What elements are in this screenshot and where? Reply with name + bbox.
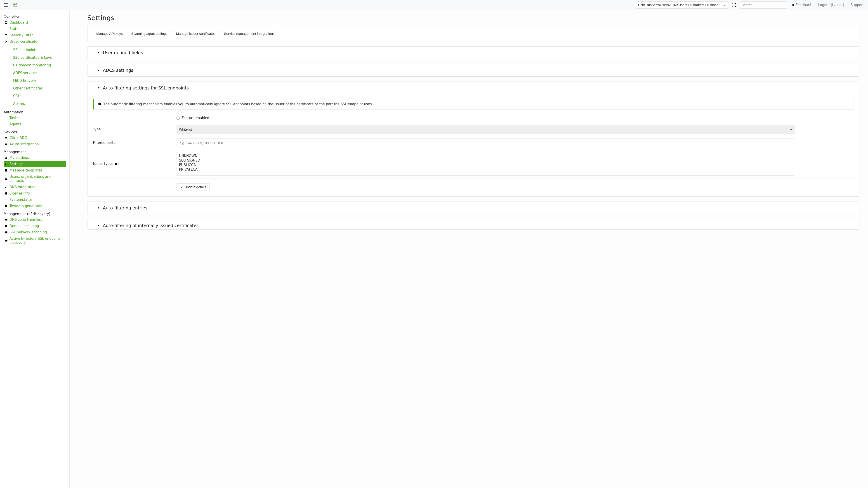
sidebar-item-message-templates[interactable]: Message templates — [4, 168, 66, 173]
sidebar-item-my-settings[interactable]: My settings — [4, 155, 66, 160]
accordion-toggle-adcs-settings[interactable]: ADCS settings — [88, 64, 859, 76]
accordion-toggle-auto-filter-entries[interactable]: Auto-filtering entries — [88, 202, 859, 214]
sidebar-item-alarms[interactable]: Alarms — [7, 101, 62, 106]
org-select[interactable]: CN=TrustViewUsers2,CN=Users,DC=adtest,DC… — [636, 1, 729, 8]
sidebar-item-systemstatus[interactable]: Systemstatus — [4, 197, 66, 202]
list-icon — [8, 48, 11, 52]
sidebar-item-order-certificate[interactable]: Order certificate — [4, 39, 66, 44]
issuer-type-option[interactable]: SELFSIGNED — [179, 158, 793, 163]
sidebar-item-label: Testdata generators — [9, 204, 43, 208]
sidebar-item-label: Stats — [9, 27, 18, 31]
sidebar-item-label: My settings — [9, 156, 29, 160]
stack-icon — [4, 142, 8, 146]
sidebar-item-mitid-erhverv[interactable]: MitID Erhverv — [7, 78, 62, 83]
sidebar-item-dns-integration[interactable]: DNS integration — [4, 184, 66, 190]
sidebar-item-label: Active Directory SSL endpoint discovery — [9, 236, 64, 245]
menu-toggle-button[interactable] — [2, 1, 10, 9]
info-banner: The automatic filtering mechanism enable… — [93, 99, 854, 109]
sidebar-item-crls[interactable]: CRLs — [7, 94, 62, 98]
sidebar-item-label: Citrix ADC — [9, 136, 27, 140]
sidebar-item-ssl-endpoints[interactable]: SSL endpoints — [7, 47, 62, 53]
sidebar-item-search-filter[interactable]: Search / Filter — [4, 33, 66, 38]
chevron-right-icon — [97, 206, 100, 209]
sidebar-item-adfs-services[interactable]: ADFS services — [7, 70, 62, 75]
scanning-agent-settings-button[interactable]: Scanning agent settings — [128, 30, 171, 37]
list-icon — [8, 102, 11, 105]
chevron-right-icon — [97, 51, 100, 54]
sidebar-item-label: Order certificate — [9, 39, 37, 43]
eye-icon — [4, 218, 8, 221]
scan-icon[interactable] — [731, 1, 738, 8]
accordion-auto-filter-internal: Auto-filtering of internally issued cert… — [87, 219, 860, 230]
issuer-type-option[interactable]: UNKNOWN — [179, 154, 793, 158]
manage-api-keys-button[interactable]: Manage API keys — [93, 30, 126, 37]
filtered-ports-input[interactable] — [177, 138, 795, 147]
check-icon — [180, 186, 183, 189]
feature-enabled-label[interactable]: Feature enabled — [182, 116, 209, 120]
filtered-ports-label: Filtered ports: — [93, 141, 177, 145]
sidebar-item-ct-domain-monitoring[interactable]: CT domain monitoring — [7, 63, 62, 68]
users-icon — [4, 177, 8, 180]
list-icon — [4, 123, 8, 126]
sidebar-item-domain-scanning[interactable]: Domain scanning — [4, 223, 66, 229]
sidebar-item-label: Agents — [9, 122, 21, 126]
issuer-type-option[interactable]: PUBLICCA — [179, 163, 793, 167]
sidebar-item-testdata-generators[interactable]: Testdata generators — [4, 203, 66, 209]
sidebar-item-tasks[interactable]: Tasks — [4, 115, 66, 121]
list-icon — [8, 71, 11, 74]
feedback-link[interactable]: Feedback — [789, 3, 814, 7]
sidebar-item-ssl-certificates-keys[interactable]: SSL certificates & keys — [7, 55, 62, 60]
feature-enabled-checkbox[interactable] — [177, 117, 180, 120]
accordion-toggle-auto-filter-ssl[interactable]: Auto-filtering settings for SSL endpoint… — [88, 82, 859, 94]
sidebar-item-stats[interactable]: Stats — [4, 26, 66, 32]
megaphone-icon — [791, 3, 794, 6]
issuer-type-option[interactable]: PRIVATECA — [179, 167, 793, 172]
issuer-types-listbox[interactable]: UNKNOWNSELFSIGNEDPUBLICCAPRIVATECA — [177, 152, 795, 175]
support-link[interactable]: Support — [848, 3, 866, 7]
sidebar-item-ssl-network-scanning[interactable]: SSL network scanning — [4, 230, 66, 235]
page-title: Settings — [87, 14, 860, 22]
accordion-toggle-user-defined-fields[interactable]: User defined fields — [88, 46, 859, 59]
search-input[interactable] — [740, 1, 787, 8]
sidebar-item-active-directory-ssl-endpoint-discovery[interactable]: Active Directory SSL endpoint discovery — [4, 236, 66, 246]
chevron-down-icon — [97, 86, 100, 90]
sidebar-item-azure-integration[interactable]: Azure integration — [4, 141, 66, 147]
sidebar-item-license-info[interactable]: License info — [4, 191, 66, 196]
accordion-user-defined-fields: User defined fields — [87, 46, 860, 59]
sidebar-item-label: License info — [9, 191, 30, 195]
sidebar-item-label: Systemstatus — [9, 198, 33, 202]
type-label: Type: — [93, 127, 177, 131]
update-details-button[interactable]: Update details — [177, 184, 210, 191]
sidebar-item-label: Azure integration — [9, 142, 39, 146]
sidebar-item-label: Message templates — [9, 168, 42, 172]
sidebar-item-other-certificates[interactable]: Other certificates — [7, 86, 62, 91]
sidebar-item-label: Domain scanning — [9, 224, 39, 228]
accordion-toggle-auto-filter-internal[interactable]: Auto-filtering of internally issued cert… — [88, 219, 859, 229]
stack-icon — [4, 136, 8, 139]
wrench-icon — [4, 186, 8, 189]
user-icon — [4, 156, 8, 159]
globe-icon — [4, 204, 8, 207]
service-management-integrations-button[interactable]: Service management integrations — [221, 30, 278, 37]
logout-link[interactable]: Logout (tvuser) — [816, 3, 846, 7]
manage-issuer-certificates-button[interactable]: Manage issuer certificates — [173, 30, 219, 37]
sidebar-item-users-organizations-and-contacts[interactable]: Users, organizations and contacts — [4, 174, 66, 184]
help-icon[interactable] — [115, 162, 118, 165]
list-icon — [8, 64, 11, 67]
nav-group-title: Management (of discovery) — [4, 210, 66, 217]
sidebar-item-dns-zone-transfers[interactable]: DNS zone transfers — [4, 217, 66, 222]
chevron-right-icon — [97, 69, 100, 72]
sidebar-item-label: SSL certificates & keys — [13, 56, 52, 60]
type-select[interactable]: Whitelist — [177, 125, 795, 133]
sidebar-item-label: CT domain monitoring — [13, 63, 51, 67]
sidebar-item-label: DNS integration — [9, 185, 36, 189]
settings-actions-card: Manage API keysScanning agent settingsMa… — [87, 26, 860, 41]
sidebar-item-agents[interactable]: Agents — [4, 122, 66, 127]
sidebar-item-label: MitID Erhverv — [13, 78, 36, 83]
topbar-right: CN=TrustViewUsers2,CN=Users,DC=adtest,DC… — [636, 1, 866, 8]
sidebar-item-citrix-adc[interactable]: Citrix ADC — [4, 135, 66, 140]
sidebar-item-settings[interactable]: Settings — [4, 161, 66, 167]
sidebar-item-dashboard[interactable]: Dashboard — [4, 20, 66, 25]
filter-icon — [4, 34, 8, 37]
list-icon — [8, 56, 11, 59]
